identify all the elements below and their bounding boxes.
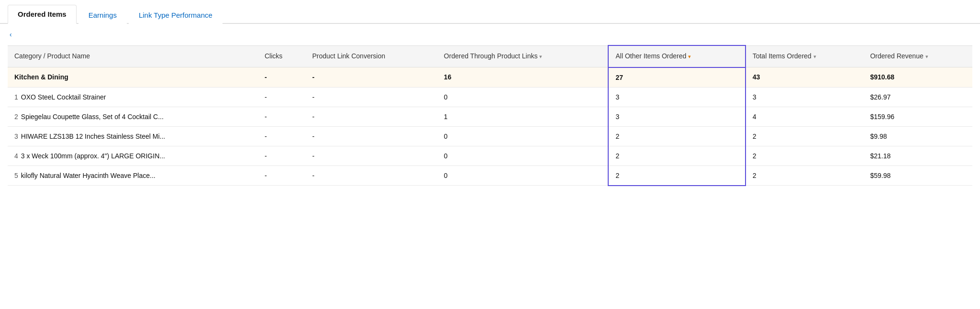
table-cell: 2 xyxy=(746,166,864,186)
table-cell: 43 xyxy=(746,67,864,88)
col-header-all-other-items-ordered[interactable]: All Other Items Ordered▾ xyxy=(608,45,745,67)
table-cell: 3 xyxy=(608,87,745,107)
table-cell: 3 xyxy=(608,107,745,126)
tab-earnings[interactable]: Earnings xyxy=(78,6,127,24)
col-header-label-all-other-items-ordered: All Other Items Ordered xyxy=(615,52,686,60)
table-container: Category / Product NameClicksProduct Lin… xyxy=(0,45,980,194)
ordered-items-table: Category / Product NameClicksProduct Lin… xyxy=(8,45,972,186)
row-number: 3 xyxy=(14,132,18,140)
table-cell: 2 xyxy=(746,146,864,166)
table-row: Kitchen & Dining--162743$910.68 xyxy=(8,67,972,88)
col-header-label-clicks: Clicks xyxy=(265,52,282,60)
table-cell: $910.68 xyxy=(863,67,972,88)
sort-icon-total-items-ordered[interactable]: ▾ xyxy=(813,53,816,60)
table-cell: - xyxy=(306,87,437,107)
table-row: 5kilofly Natural Water Hyacinth Weave Pl… xyxy=(8,166,972,186)
row-number: 4 xyxy=(14,152,18,160)
product-name: 3 x Weck 100mm (approx. 4") LARGE ORIGIN… xyxy=(21,152,165,160)
table-cell: 0 xyxy=(437,166,609,186)
table-cell: 27 xyxy=(608,67,745,88)
col-header-label-product-link-conversion: Product Link Conversion xyxy=(312,52,386,60)
table-cell: 0 xyxy=(437,146,609,166)
back-link-container: ‹ xyxy=(0,24,980,45)
table-cell: 3HIWARE LZS13B 12 Inches Stainless Steel… xyxy=(8,126,258,146)
product-name: OXO SteeL Cocktail Strainer xyxy=(21,93,106,101)
table-cell: - xyxy=(258,67,306,88)
table-cell: 4 xyxy=(746,107,864,126)
table-cell: Kitchen & Dining xyxy=(8,67,258,88)
table-row: 1OXO SteeL Cocktail Strainer--033$26.97 xyxy=(8,87,972,107)
col-header-total-items-ordered[interactable]: Total Items Ordered▾ xyxy=(746,45,864,67)
table-cell: $9.98 xyxy=(863,126,972,146)
chevron-left-icon: ‹ xyxy=(10,31,12,38)
table-cell: - xyxy=(306,107,437,126)
table-cell: - xyxy=(258,87,306,107)
table-cell: 43 x Weck 100mm (approx. 4") LARGE ORIGI… xyxy=(8,146,258,166)
tab-link-type-performance[interactable]: Link Type Performance xyxy=(129,6,223,24)
col-header-ordered-through-product-links[interactable]: Ordered Through Product Links▾ xyxy=(437,45,609,67)
back-to-all-categories-link[interactable]: ‹ xyxy=(10,31,12,38)
col-header-ordered-revenue[interactable]: Ordered Revenue▾ xyxy=(863,45,972,67)
table-cell: 1OXO SteeL Cocktail Strainer xyxy=(8,87,258,107)
table-cell: 2 xyxy=(746,126,864,146)
table-cell: - xyxy=(306,67,437,88)
table-cell: $21.18 xyxy=(863,146,972,166)
product-name: kilofly Natural Water Hyacinth Weave Pla… xyxy=(21,172,156,179)
row-number: 2 xyxy=(14,113,18,121)
sort-icon-ordered-through-product-links[interactable]: ▾ xyxy=(539,53,542,60)
table-body: Kitchen & Dining--162743$910.681OXO Stee… xyxy=(8,67,972,186)
table-cell: - xyxy=(258,146,306,166)
table-cell: $26.97 xyxy=(863,87,972,107)
table-cell: 3 xyxy=(746,87,864,107)
header-row: Category / Product NameClicksProduct Lin… xyxy=(8,45,972,67)
table-cell: 5kilofly Natural Water Hyacinth Weave Pl… xyxy=(8,166,258,186)
table-cell: 2 xyxy=(608,166,745,186)
table-cell: 0 xyxy=(437,87,609,107)
table-cell: 16 xyxy=(437,67,609,88)
table-cell: - xyxy=(306,146,437,166)
table-cell: 0 xyxy=(437,126,609,146)
table-cell: $59.98 xyxy=(863,166,972,186)
product-name: Spiegelau Coupette Glass, Set of 4 Cockt… xyxy=(21,113,164,121)
table-row: 2Spiegelau Coupette Glass, Set of 4 Cock… xyxy=(8,107,972,126)
table-cell: - xyxy=(306,126,437,146)
table-row: 43 x Weck 100mm (approx. 4") LARGE ORIGI… xyxy=(8,146,972,166)
sort-icon-all-other-items-ordered[interactable]: ▾ xyxy=(688,53,691,60)
table-cell: 2 xyxy=(608,146,745,166)
table-cell: 2Spiegelau Coupette Glass, Set of 4 Cock… xyxy=(8,107,258,126)
tabs-bar: Ordered ItemsEarningsLink Type Performan… xyxy=(0,0,980,24)
row-number: 1 xyxy=(14,93,18,101)
table-header: Category / Product NameClicksProduct Lin… xyxy=(8,45,972,67)
col-header-product-link-conversion: Product Link Conversion xyxy=(306,45,437,67)
col-header-label-ordered-through-product-links: Ordered Through Product Links xyxy=(444,52,538,60)
table-cell: $159.96 xyxy=(863,107,972,126)
table-cell: - xyxy=(258,107,306,126)
table-cell: 2 xyxy=(608,126,745,146)
col-header-label-total-items-ordered: Total Items Ordered xyxy=(753,52,812,60)
row-number: 5 xyxy=(14,172,18,179)
product-name: HIWARE LZS13B 12 Inches Stainless Steel … xyxy=(21,132,165,140)
table-cell: - xyxy=(306,166,437,186)
table-row: 3HIWARE LZS13B 12 Inches Stainless Steel… xyxy=(8,126,972,146)
col-header-label-ordered-revenue: Ordered Revenue xyxy=(870,52,923,60)
col-header-label-category-product: Category / Product Name xyxy=(14,52,90,60)
sort-icon-ordered-revenue[interactable]: ▾ xyxy=(925,53,928,60)
tab-ordered-items[interactable]: Ordered Items xyxy=(8,5,77,24)
col-header-clicks: Clicks xyxy=(258,45,306,67)
col-header-category-product: Category / Product Name xyxy=(8,45,258,67)
table-cell: 1 xyxy=(437,107,609,126)
table-cell: - xyxy=(258,126,306,146)
table-cell: - xyxy=(258,166,306,186)
